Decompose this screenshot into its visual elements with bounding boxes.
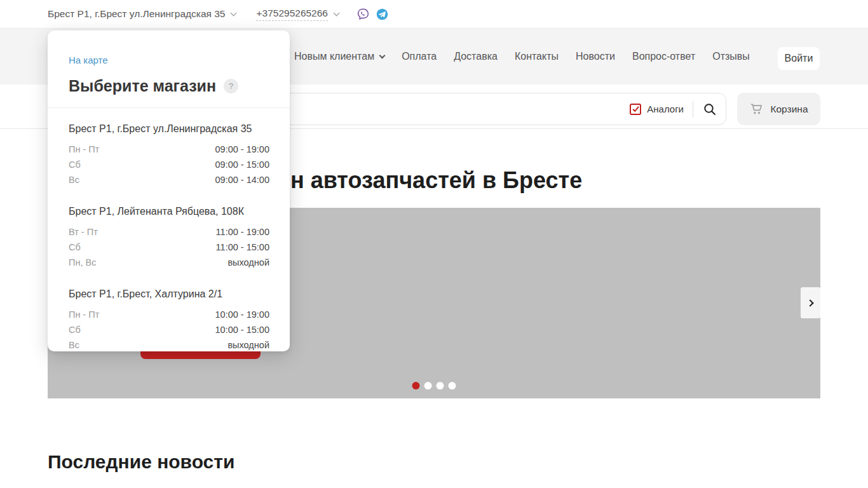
hours-days: Пн, Вс <box>69 255 96 270</box>
nav-item-reviews[interactable]: Отзывы <box>712 51 750 62</box>
divider <box>693 101 693 118</box>
carousel-dot-2[interactable] <box>424 382 432 390</box>
chevron-down-icon <box>379 52 386 58</box>
hours-row: Пн, Вс выходной <box>69 255 269 270</box>
news-section-title: Последние новости <box>48 451 234 473</box>
hours-row: Вт - Пт 11:00 - 19:00 <box>69 224 269 240</box>
carousel-next-button[interactable] <box>801 287 820 318</box>
hours-row: Пн - Пт 09:00 - 19:00 <box>69 142 269 157</box>
nav-item-faq[interactable]: Вопрос-ответ <box>632 51 695 62</box>
chevron-down-icon <box>334 10 340 16</box>
cart-button[interactable]: Корзина <box>737 93 820 125</box>
carousel-dot-3[interactable] <box>437 382 444 390</box>
telegram-icon[interactable] <box>376 8 389 21</box>
panel-title-row: Выберите магазин ? <box>69 77 269 95</box>
login-button[interactable]: Войти <box>778 47 820 70</box>
phone-selector[interactable]: +375295265266 <box>256 8 339 21</box>
help-icon[interactable]: ? <box>224 79 238 93</box>
hours-days: Пн - Пт <box>69 142 99 157</box>
hours-row: Сб 11:00 - 15:00 <box>69 240 269 255</box>
hours-row: Вс выходной <box>69 337 269 353</box>
hours-row: Сб 10:00 - 15:00 <box>69 322 269 337</box>
hours-time: 10:00 - 15:00 <box>215 322 269 337</box>
nav-item-delivery[interactable]: Доставка <box>454 51 498 62</box>
hours-time: 09:00 - 15:00 <box>215 157 269 172</box>
nav-item-label: Новым клиентам <box>294 51 374 62</box>
hours-time: 11:00 - 19:00 <box>216 224 269 240</box>
store-name: Брест Р1, г.Брест, Халтурина 2/1 <box>69 288 269 300</box>
hours-time: 09:00 - 14:00 <box>215 172 269 187</box>
hours-days: Сб <box>69 240 81 255</box>
map-link[interactable]: На карте <box>69 55 108 65</box>
store-option-khalturina[interactable]: Брест Р1, г.Брест, Халтурина 2/1 Пн - Пт… <box>69 288 269 353</box>
nav-list: Новым клиентам Оплата Доставка Контакты … <box>294 29 750 85</box>
hours-time: 09:00 - 19:00 <box>215 142 269 157</box>
cart-label: Корзина <box>770 104 808 115</box>
store-name: Брест Р1, Лейтенанта Рябцева, 108К <box>69 206 269 217</box>
carousel-dots <box>412 382 456 390</box>
hours-days: Сб <box>69 157 81 172</box>
nav-item-news[interactable]: Новости <box>576 51 615 62</box>
nav-item-new-clients[interactable]: Новым клиентам <box>294 51 384 62</box>
store-option-leningradskaya[interactable]: Брест Р1, г.Брест ул.Ленинградская 35 Пн… <box>69 123 269 187</box>
hours-days: Сб <box>69 322 81 337</box>
analogs-label: Аналоги <box>647 104 684 114</box>
nav-item-label: Новости <box>576 51 615 62</box>
store-option-ryabtseva[interactable]: Брест Р1, Лейтенанта Рябцева, 108К Вт - … <box>69 206 269 270</box>
hours-time: 11:00 - 15:00 <box>216 240 269 255</box>
hours-days: Вс <box>69 337 79 353</box>
panel-title: Выберите магазин <box>69 77 216 95</box>
hours-row: Вс 09:00 - 14:00 <box>69 172 269 187</box>
store-selector[interactable]: Брест Р1, г.Брест ул.Ленинградская 35 <box>48 8 236 20</box>
hours-days: Пн - Пт <box>69 307 99 322</box>
topbar: Брест Р1, г.Брест ул.Ленинградская 35 +3… <box>0 0 868 29</box>
store-name: Брест Р1, г.Брест ул.Ленинградская 35 <box>69 123 269 135</box>
hours-time: выходной <box>227 337 269 353</box>
analogs-checkbox[interactable] <box>630 104 641 115</box>
chevron-down-icon <box>231 10 237 16</box>
search-input[interactable] <box>252 104 630 114</box>
nav-item-label: Оплата <box>402 51 437 62</box>
nav-item-contacts[interactable]: Контакты <box>515 51 559 62</box>
banner-title: Автоаптека на Рябцева 108К <box>237 454 578 482</box>
store-selector-panel: На карте Выберите магазин ? Брест Р1, г.… <box>48 30 290 351</box>
cart-icon <box>749 102 764 116</box>
nav-item-payment[interactable]: Оплата <box>402 51 437 62</box>
hours-row: Пн - Пт 10:00 - 19:00 <box>69 307 269 322</box>
messenger-links <box>356 8 389 21</box>
nav-item-label: Контакты <box>515 51 559 62</box>
page: Брест Р1, г.Брест ул.Ленинградская 35 +3… <box>0 0 868 488</box>
hours-time: 10:00 - 19:00 <box>215 307 269 322</box>
carousel-dot-1[interactable] <box>412 382 420 390</box>
search-icon[interactable] <box>702 102 717 117</box>
phone-number: +375295265266 <box>256 8 328 21</box>
carousel-dot-4[interactable] <box>449 382 456 390</box>
hours-time: выходной <box>227 255 269 270</box>
chevron-right-icon <box>806 299 813 306</box>
viber-icon[interactable] <box>356 8 370 21</box>
analogs-checkbox-group[interactable]: Аналоги <box>630 104 684 115</box>
hours-days: Вт - Пт <box>69 224 98 240</box>
nav-item-label: Отзывы <box>712 51 750 62</box>
nav-item-label: Вопрос-ответ <box>632 51 695 62</box>
hours-row: Сб 09:00 - 15:00 <box>69 157 269 172</box>
nav-item-label: Доставка <box>454 51 498 62</box>
divider <box>48 107 290 108</box>
hours-days: Вс <box>69 172 79 187</box>
search-box: Аналоги <box>241 93 726 125</box>
store-selector-label: Брест Р1, г.Брест ул.Ленинградская 35 <box>48 8 225 20</box>
